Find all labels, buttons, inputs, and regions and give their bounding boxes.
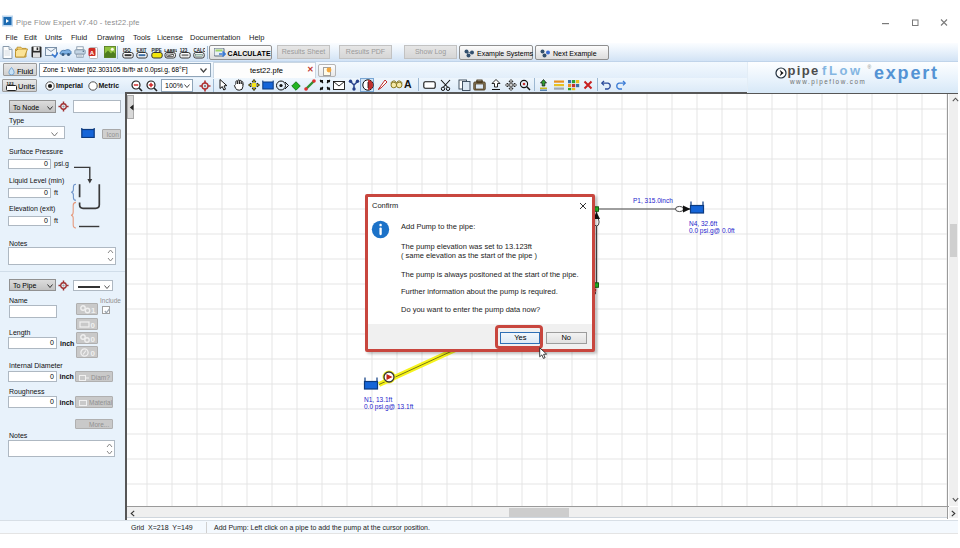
svg-text:LABEL: LABEL — [164, 47, 177, 52]
svg-text:ISO: ISO — [123, 47, 131, 52]
svg-text:P1, 315.0inch: P1, 315.0inch — [633, 197, 673, 204]
svg-text:123: 123 — [179, 47, 187, 52]
svg-text:0.0 psi.g@ 0.0ft: 0.0 psi.g@ 0.0ft — [689, 227, 735, 235]
svg-text:EXIT: EXIT — [136, 47, 146, 52]
svg-text:1: 1 — [91, 306, 96, 314]
svg-text:N4, 32.6ft: N4, 32.6ft — [689, 220, 717, 227]
svg-text:N1, 13.1ft: N1, 13.1ft — [364, 396, 392, 403]
svg-text:0: 0 — [91, 321, 96, 329]
svg-text:CALC: CALC — [193, 47, 205, 52]
svg-text:A: A — [90, 49, 95, 55]
svg-text:0.0 psi.g@ 13.1ft: 0.0 psi.g@ 13.1ft — [364, 403, 413, 411]
svg-text:0: 0 — [91, 349, 96, 357]
svg-text:0: 0 — [91, 335, 96, 343]
svg-text:PIPE: PIPE — [151, 47, 161, 52]
